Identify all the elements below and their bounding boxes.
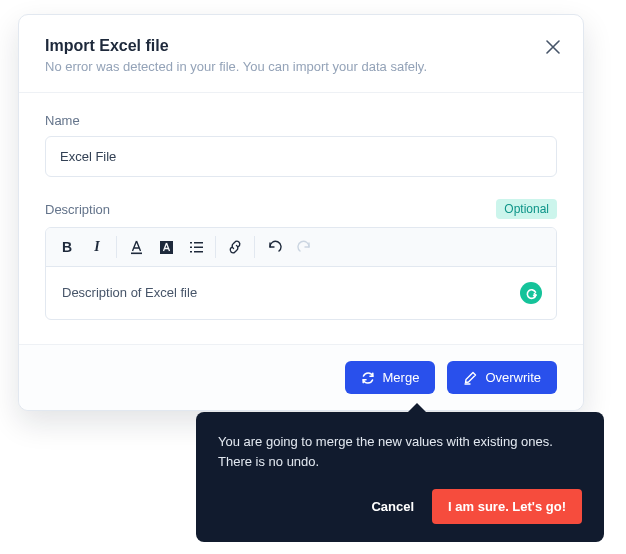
modal-subtitle: No error was detected in your file. You … xyxy=(45,59,557,74)
text-color-button[interactable] xyxy=(121,232,151,262)
confirm-popover: You are going to merge the new values wi… xyxy=(196,412,604,542)
name-input[interactable] xyxy=(45,136,557,177)
confirm-button[interactable]: I am sure. Let's go! xyxy=(432,489,582,524)
edit-icon xyxy=(463,371,477,385)
svg-rect-1 xyxy=(160,241,173,254)
toolbar-separator xyxy=(116,236,117,258)
redo-icon xyxy=(297,240,312,255)
editor-toolbar: B I xyxy=(46,228,556,267)
svg-rect-5 xyxy=(190,242,192,244)
undo-icon xyxy=(267,240,282,255)
confirm-actions: Cancel I am sure. Let's go! xyxy=(218,489,582,524)
modal-title: Import Excel file xyxy=(45,37,557,55)
description-input[interactable]: Description of Excel file xyxy=(46,267,556,319)
import-modal: Import Excel file No error was detected … xyxy=(18,14,584,411)
grammarly-badge[interactable] xyxy=(520,282,542,304)
close-button[interactable] xyxy=(543,37,563,57)
merge-button[interactable]: Merge xyxy=(345,361,436,394)
close-icon xyxy=(546,40,560,54)
list-button[interactable] xyxy=(181,232,211,262)
undo-button[interactable] xyxy=(259,232,289,262)
bold-button[interactable]: B xyxy=(52,232,82,262)
svg-rect-2 xyxy=(194,242,203,244)
highlight-icon xyxy=(159,240,174,255)
highlight-button[interactable] xyxy=(151,232,181,262)
optional-badge: Optional xyxy=(496,199,557,219)
description-editor: B I xyxy=(45,227,557,320)
confirm-text: You are going to merge the new values wi… xyxy=(218,432,582,471)
list-icon xyxy=(189,240,204,255)
redo-button[interactable] xyxy=(289,232,319,262)
svg-rect-7 xyxy=(190,251,192,253)
bold-icon: B xyxy=(62,239,72,255)
name-label: Name xyxy=(45,113,557,128)
italic-icon: I xyxy=(94,239,99,255)
svg-rect-0 xyxy=(131,252,142,254)
svg-rect-6 xyxy=(190,246,192,248)
modal-footer: Merge Overwrite xyxy=(19,344,583,410)
text-color-icon xyxy=(129,240,144,255)
overwrite-button[interactable]: Overwrite xyxy=(447,361,557,394)
toolbar-separator xyxy=(254,236,255,258)
toolbar-separator xyxy=(215,236,216,258)
modal-body: Name Description Optional B I xyxy=(19,93,583,344)
italic-button[interactable]: I xyxy=(82,232,112,262)
description-header: Description Optional xyxy=(45,199,557,219)
svg-rect-4 xyxy=(194,251,203,253)
link-button[interactable] xyxy=(220,232,250,262)
merge-button-label: Merge xyxy=(383,370,420,385)
svg-rect-3 xyxy=(194,246,203,248)
overwrite-button-label: Overwrite xyxy=(485,370,541,385)
modal-header: Import Excel file No error was detected … xyxy=(19,15,583,93)
link-icon xyxy=(227,239,243,255)
refresh-icon xyxy=(361,371,375,385)
grammarly-icon xyxy=(525,287,538,300)
description-label: Description xyxy=(45,202,110,217)
cancel-button[interactable]: Cancel xyxy=(371,499,414,514)
description-text: Description of Excel file xyxy=(62,285,197,300)
